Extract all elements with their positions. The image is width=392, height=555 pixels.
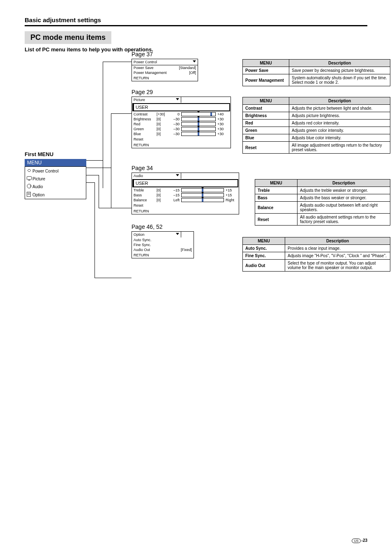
panel-option: Option Auto Sync. Fine Sync. Audio Out[F… — [131, 231, 194, 258]
slider-row[interactable]: Blue[0]–30+30 — [132, 131, 231, 136]
connector — [86, 168, 111, 168]
slider-row[interactable]: Green[0]–30+30 — [132, 127, 231, 131]
table-row: ResetAll audio adjustment settings retur… — [255, 214, 390, 226]
menu-cell: Contrast — [243, 105, 289, 112]
panel-audio: Audio USER Treble[0]–15+15Bass[0]–15+15B… — [131, 173, 239, 214]
slider-hi: +30 — [217, 117, 229, 121]
panel-row[interactable]: RETURN — [132, 208, 239, 214]
desc-cell: Adjusts the treble weaker or stronger. — [297, 187, 390, 194]
slider-lo: –15 — [170, 193, 180, 197]
connector — [86, 182, 95, 183]
menu-cell: Reset — [255, 214, 297, 226]
table-row: TrebleAdjusts the treble weaker or stron… — [255, 187, 390, 194]
connector — [95, 278, 131, 278]
table-row: ContrastAdjusts the picture between ligh… — [243, 105, 390, 112]
user-band: USER — [132, 179, 238, 187]
slider-lo: 0 — [170, 112, 180, 116]
slider-lo: –30 — [170, 132, 180, 136]
slider-name: Brightness — [134, 117, 155, 121]
slider-track[interactable] — [181, 122, 216, 126]
table-row: BrightnessAdjusts picture brightness. — [243, 112, 390, 120]
slider-track[interactable] — [181, 193, 224, 197]
slider-hi: +30 — [217, 127, 229, 131]
page-number: -23 — [362, 538, 367, 543]
panel-row[interactable]: RETURN — [132, 142, 231, 148]
slider-row[interactable]: Brightness[0]–30+30 — [132, 117, 231, 122]
first-menu-item-picture[interactable]: Picture — [25, 175, 86, 182]
slider-val: [0] — [157, 193, 168, 197]
desc-table-power: MENUDescription Power SaveSave power by … — [242, 59, 390, 86]
slider-track[interactable] — [181, 127, 216, 131]
slider-track[interactable] — [181, 112, 216, 116]
first-menu-item-audio[interactable]: Audio — [25, 182, 86, 191]
slider-name: Blue — [134, 132, 155, 136]
th-menu: MENU — [243, 60, 289, 67]
leaf-icon — [27, 168, 32, 174]
th-menu: MENU — [243, 237, 285, 245]
slider-row[interactable]: Bass[0]–15+15 — [132, 193, 239, 198]
panel-row[interactable]: Power Save[Standard] — [132, 65, 198, 70]
connector — [95, 182, 95, 278]
connector — [99, 208, 131, 208]
slider-track[interactable] — [181, 117, 216, 121]
desc-table-picture: MENUDescription ContrastAdjusts the pict… — [242, 97, 390, 154]
first-menu-item-power[interactable]: Power Control — [25, 167, 86, 175]
picture-icon — [27, 176, 32, 181]
slider-val: [0] — [157, 188, 168, 192]
slider-hi: +40 — [217, 112, 229, 116]
menu-cell: Power Management — [243, 74, 289, 86]
slider-row[interactable]: Treble[0]–15+15 — [132, 188, 239, 193]
slider-name: Bass — [134, 193, 155, 197]
slider-hi: +15 — [226, 193, 237, 197]
panel-row[interactable]: Power Management[Off] — [132, 70, 198, 75]
user-band: USER — [132, 103, 230, 111]
menu-cell: Blue — [243, 134, 289, 142]
panel-row[interactable]: RETURN — [132, 252, 194, 258]
th-menu: MENU — [243, 97, 289, 105]
panel-row[interactable]: Fine Sync. — [132, 242, 194, 247]
option-icon — [27, 192, 32, 198]
first-menu-body: Power Control Picture Audio Option — [25, 166, 86, 199]
desc-cell: Provides a clear input image. — [285, 245, 390, 252]
menu-cell: Audio Out — [243, 260, 285, 272]
desc-cell: Adjusts the picture between light and sh… — [289, 105, 390, 112]
panel-row[interactable]: Reset — [132, 203, 239, 208]
connector — [103, 62, 131, 62]
panel-row[interactable]: Audio Out[Fixed] — [132, 247, 194, 252]
first-menu-item-label: Option — [32, 193, 84, 197]
panel-row[interactable]: Auto Sync. — [132, 237, 194, 242]
page-ref-power: Page 37 — [131, 51, 238, 58]
section-header: Basic adjustment settings — [25, 16, 367, 23]
menu-cell: Treble — [255, 187, 297, 194]
slider-val: [0] — [157, 127, 168, 131]
desc-table-audio: MENUDescription TrebleAdjusts the treble… — [255, 179, 390, 226]
footer: US-23 — [352, 538, 367, 543]
panel-row[interactable]: RETURN — [132, 75, 198, 81]
slider-hi: +15 — [226, 188, 237, 192]
slider-name: Treble — [134, 188, 155, 192]
th-desc: Description — [297, 180, 390, 187]
header-rule — [25, 25, 367, 26]
page-ref-option: Page 46, 52 — [131, 223, 238, 230]
table-row: Power ManagementSystem automatically shu… — [243, 74, 390, 86]
slider-row[interactable]: Contrast[+30]0+40 — [132, 112, 231, 117]
first-menu-item-label: Picture — [32, 177, 84, 181]
slider-row[interactable]: Balance[0]LeftRight — [132, 198, 239, 203]
first-menu-item-option[interactable]: Option — [25, 191, 86, 199]
slider-track[interactable] — [181, 188, 224, 192]
menu-cell: Fine Sync. — [243, 252, 285, 260]
panel-row[interactable]: Reset — [132, 136, 231, 142]
slider-name: Red — [134, 122, 155, 126]
slider-track[interactable] — [181, 198, 224, 202]
desc-col: MENUDescription Power SaveSave power by … — [242, 59, 390, 282]
table-row: ResetAll image adjustment settings retur… — [243, 142, 390, 154]
slider-name: Balance — [134, 198, 155, 202]
desc-cell: Adjusts red color intensity. — [289, 120, 390, 127]
slider-lo: Left — [170, 198, 180, 202]
menu-cell: Power Save — [243, 67, 289, 74]
first-menu-label: First MENU — [25, 151, 86, 157]
slider-val: [0] — [157, 132, 168, 136]
desc-cell: All audio adjustment settings return to … — [297, 214, 390, 226]
slider-row[interactable]: Red[0]–30+30 — [132, 122, 231, 127]
slider-track[interactable] — [181, 132, 216, 136]
